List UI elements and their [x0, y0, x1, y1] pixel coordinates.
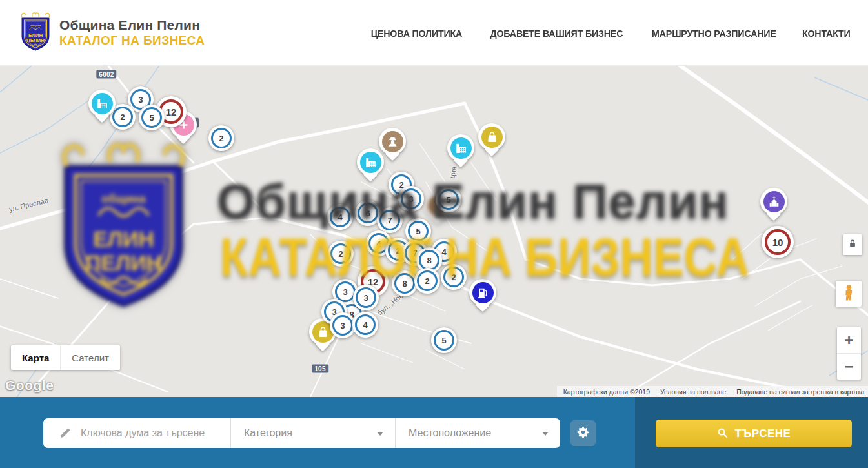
cluster-count: 3: [138, 95, 143, 105]
cluster-count: 8: [402, 279, 407, 289]
cluster-count: 4: [363, 320, 367, 330]
map-cluster-marker[interactable]: 7: [377, 207, 403, 233]
pencil-icon: [59, 427, 72, 440]
chevron-down-icon: [377, 432, 383, 436]
zoom-control: + −: [837, 327, 861, 380]
road-number-badge: 6002: [96, 70, 116, 79]
cluster-count: 7: [387, 216, 392, 225]
map-type-satellite-button[interactable]: Сателит: [60, 345, 120, 370]
map-cluster-marker[interactable]: 5: [436, 187, 461, 212]
cluster-count: 3: [340, 321, 345, 331]
site-subtitle: КАТАЛОГ НА БИЗНЕСА: [59, 34, 205, 48]
map-canvas[interactable]: 6002105 ул. Преславбул. „Новоселция 3212…: [0, 66, 868, 397]
location-select[interactable]: Местоположение: [395, 418, 560, 448]
attribution-link[interactable]: Условия за ползване: [660, 388, 726, 396]
bag-icon: [481, 127, 503, 148]
cluster-count: 10: [772, 237, 783, 248]
nav-item[interactable]: МАРШРУТНО РАЗПИСАНИЕ: [652, 28, 776, 39]
municipality-crest-logo: община ЕЛИН ПЕЛИН: [19, 11, 52, 54]
cluster-count: 4: [338, 212, 342, 222]
worker-pin-marker[interactable]: [379, 128, 406, 155]
main-nav: ЦЕНОВА ПОЛИТИКАДОБАВЕТЕ ВАШИЯТ БИЗНЕСМАР…: [368, 0, 852, 66]
church-icon: [763, 191, 785, 212]
map-cluster-marker[interactable]: 2: [208, 125, 234, 151]
keyword-search-input[interactable]: [81, 427, 210, 439]
map-cluster-marker[interactable]: 3: [353, 285, 379, 310]
advanced-options-button[interactable]: [570, 420, 596, 446]
map-cluster-marker[interactable]: 2: [328, 241, 354, 267]
map-cluster-marker[interactable]: 2: [414, 268, 440, 294]
bag-pin-marker[interactable]: [478, 123, 505, 150]
search-button-label: ТЪРСЕНЕ: [735, 427, 791, 440]
factory-pin-marker[interactable]: [88, 90, 116, 117]
cluster-count: 5: [149, 113, 154, 123]
nav-item[interactable]: ЦЕНОВА ПОЛИТИКА: [371, 28, 462, 39]
fuel-pin-marker[interactable]: [469, 279, 496, 306]
pegman-icon: [840, 284, 858, 304]
factory-icon: [450, 137, 472, 159]
zoom-in-button[interactable]: +: [837, 327, 861, 354]
map-cluster-marker[interactable]: 4: [352, 312, 378, 338]
zoom-out-button[interactable]: −: [837, 354, 861, 380]
category-select-label: Категория: [244, 427, 292, 439]
cluster-count: 5: [446, 195, 450, 205]
street-view-pegman-button[interactable]: [836, 281, 862, 307]
map-cluster-marker[interactable]: 4: [327, 204, 353, 230]
map-cluster-marker[interactable]: 8: [392, 270, 418, 296]
cluster-count: 6: [365, 209, 370, 218]
cluster-count: 12: [166, 107, 177, 117]
cluster-count: 2: [396, 246, 400, 256]
gear-icon: [576, 425, 590, 442]
factory-pin-marker[interactable]: [447, 134, 474, 161]
factory-icon: [92, 93, 113, 114]
map-cluster-marker[interactable]: 3: [330, 312, 356, 338]
google-logo[interactable]: Google: [5, 378, 54, 393]
fuel-icon: [472, 282, 494, 303]
worker-icon: [382, 131, 403, 152]
chevron-down-icon: [542, 432, 549, 436]
site-title: Община Елин Пелин: [59, 17, 205, 33]
nav-item[interactable]: ДОБАВЕТЕ ВАШИЯТ БИЗНЕС: [490, 28, 623, 39]
header: община ЕЛИН ПЕЛИН Община Елин Пелин КАТА…: [0, 0, 868, 66]
cluster-count: 5: [441, 336, 446, 345]
brand-logo-link[interactable]: община ЕЛИН ПЕЛИН Община Елин Пелин КАТА…: [19, 11, 205, 54]
cluster-count: 2: [338, 249, 343, 259]
map-cluster-marker[interactable]: 2: [441, 264, 467, 290]
search-form: Категория Местоположение: [43, 418, 560, 448]
road-number-badge: 105: [312, 365, 328, 373]
cluster-count: 4: [441, 247, 446, 257]
category-select[interactable]: Категория: [230, 418, 395, 448]
cluster-count: 2: [219, 134, 223, 143]
map-cluster-marker[interactable]: 5: [139, 105, 165, 130]
map-lock-button[interactable]: [843, 234, 862, 255]
keyword-field: [43, 418, 230, 448]
church-pin-marker[interactable]: [760, 188, 787, 215]
search-icon: [717, 427, 728, 440]
cluster-count: 2: [451, 272, 456, 282]
cluster-count: 8: [427, 256, 431, 265]
lock-icon: [847, 238, 858, 251]
svg-text:община: община: [30, 24, 41, 27]
attribution-link[interactable]: Подаване на сигнал за грешка в картата: [736, 388, 864, 396]
search-button[interactable]: ТЪРСЕНЕ: [656, 420, 852, 447]
search-panel: Категория Местоположение ТЪРСЕНЕ: [0, 397, 868, 468]
map-cluster-marker[interactable]: 3: [398, 186, 424, 212]
attribution-text: Картографски данни ©2019: [563, 388, 650, 396]
map-cluster-marker[interactable]: 10: [762, 226, 794, 258]
cluster-count: 3: [409, 194, 413, 204]
cluster-count: 3: [343, 287, 347, 297]
svg-text:ЕЛИН: ЕЛИН: [28, 32, 43, 38]
map-type-control: Карта Сателит: [11, 345, 120, 370]
page: община ЕЛИН ПЕЛИН Община Елин Пелин КАТА…: [0, 0, 868, 468]
cluster-count: 2: [425, 276, 429, 286]
map-attribution: Картографски данни ©2019Условия за ползв…: [557, 386, 868, 397]
svg-text:ПЕЛИН: ПЕЛИН: [26, 38, 45, 44]
cluster-count: 2: [120, 112, 125, 122]
location-select-label: Местоположение: [409, 427, 491, 439]
map-cluster-marker[interactable]: 5: [431, 327, 457, 353]
map-type-map-button[interactable]: Карта: [11, 345, 60, 370]
nav-item[interactable]: КОНТАКТИ: [802, 28, 851, 39]
cluster-count: 3: [363, 293, 368, 303]
factory-icon: [360, 152, 381, 173]
cluster-count: 5: [416, 227, 420, 236]
